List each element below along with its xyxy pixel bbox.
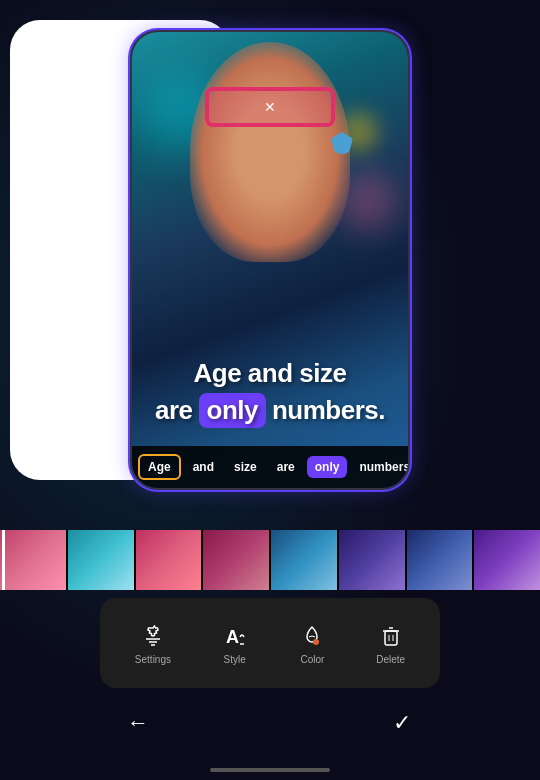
delete-label: Delete [376,654,405,665]
svg-rect-6 [385,631,397,645]
bottom-toolbar: Settings A Style Color [100,598,440,688]
style-label: Style [224,654,246,665]
video-frame: Age and size are only numbers. Age and s… [132,32,408,488]
video-thumb-6[interactable] [407,530,473,590]
word-chip-only[interactable]: only [307,456,348,478]
settings-label: Settings [135,654,171,665]
word-timeline[interactable]: Age and size are only numbers. It's th [132,446,408,488]
confirm-button[interactable]: ✓ [384,705,420,741]
thumb-inner-7 [474,530,540,590]
delete-icon [377,622,405,650]
face [190,42,350,262]
style-icon: A [221,622,249,650]
video-thumb-7[interactable] [474,530,540,590]
thumb-inner-5 [339,530,405,590]
word-chip-and[interactable]: and [185,456,222,478]
subtitle-word-are: are [155,395,193,426]
thumb-inner-3 [203,530,269,590]
phone-screen: Age and size are only numbers. Age and s… [132,32,408,488]
video-thumb-5[interactable] [339,530,405,590]
svg-point-5 [313,639,319,645]
toolbar-delete[interactable]: Delete [376,622,405,665]
glasses-frame [205,87,335,127]
word-chip-size[interactable]: size [226,456,265,478]
subtitle-line1: Age and size [142,358,398,389]
back-button[interactable]: ← [120,705,156,741]
color-icon [298,622,326,650]
subtitle-line2: are only numbers. [142,393,398,428]
thumb-inner-2 [136,530,202,590]
thumb-inner-4 [271,530,337,590]
video-strip[interactable] [0,530,540,590]
subtitle-word-numbers: numbers. [272,395,385,426]
subtitle-word-only-highlight: only [199,393,266,428]
video-thumb-2[interactable] [136,530,202,590]
word-chip-numbers[interactable]: numbers. [351,456,408,478]
settings-icon [139,622,167,650]
phone-frame: Age and size are only numbers. Age and s… [130,30,410,490]
playhead [2,530,5,590]
toolbar-settings[interactable]: Settings [135,622,171,665]
word-chip-are[interactable]: are [269,456,303,478]
svg-text:A: A [226,627,239,647]
word-chip-age[interactable]: Age [138,454,181,480]
thumb-inner-6 [407,530,473,590]
toolbar-style[interactable]: A Style [221,622,249,665]
toolbar-color[interactable]: Color [298,622,326,665]
thumb-inner-1 [68,530,134,590]
glasses [205,87,335,127]
video-thumb-0[interactable] [0,530,66,590]
home-indicator [210,768,330,772]
color-label: Color [301,654,325,665]
video-thumb-4[interactable] [271,530,337,590]
video-thumb-3[interactable] [203,530,269,590]
video-thumb-1[interactable] [68,530,134,590]
bottom-action-bar: ← ✓ [100,698,440,748]
thumb-inner-0 [0,530,66,590]
subtitle-overlay: Age and size are only numbers. [132,358,408,428]
